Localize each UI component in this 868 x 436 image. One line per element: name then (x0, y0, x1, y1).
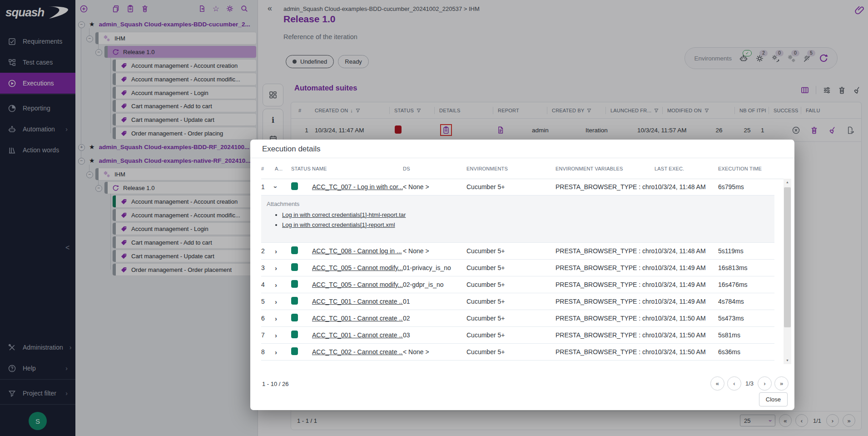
environment-value: Cucumber 5+ (466, 348, 556, 356)
collapse-chevron-icon[interactable]: › (272, 186, 280, 188)
execution-details-dialog: Execution details # A... STATUS NAME DS … (250, 140, 794, 410)
last-exec-value: 10/3/24, 11:50 AM (655, 331, 718, 339)
execution-row[interactable]: 8 › ACC_TC_002 - Cannot create ... < Non… (261, 344, 774, 361)
dataset-value: 02-gdpr_is_no (403, 281, 466, 288)
last-exec-value: 10/3/24, 11:48 AM (655, 247, 718, 255)
environment-value: Cucumber 5+ (466, 281, 556, 288)
expand-chevron-icon[interactable]: › (275, 331, 277, 339)
execution-time-value: 5s81ms (718, 331, 773, 339)
environment-variables-value: PRESTA_BROWSER_TYPE : chrome (556, 315, 655, 322)
expand-chevron-icon[interactable]: › (275, 247, 277, 255)
environment-variables-value: PRESTA_BROWSER_TYPE : chrome (556, 331, 655, 339)
last-page-button[interactable]: » (774, 376, 789, 391)
dialog-pagination-range: 1 - 10 / 26 (262, 381, 289, 387)
dialog-title: Execution details (262, 145, 321, 154)
next-page-button[interactable]: › (758, 376, 772, 391)
attachments-label: Attachments (267, 200, 774, 207)
execution-time-value: 16s476ms (718, 281, 773, 288)
execution-row[interactable]: 5 › ACC_TC_001 - Cannot create ... 01 Cu… (261, 293, 774, 310)
execution-time-value: 16s813ms (718, 264, 773, 271)
status-success-indicator (291, 246, 298, 254)
dialog-table-body: 1 › ACC_TC_007 - Log in with cor... < No… (261, 179, 774, 364)
row-number: 2 (261, 247, 275, 255)
col-header: ENVIRONMENT VARIABLES (556, 166, 655, 171)
execution-row[interactable]: 3 › ACC_TC_005 - Cannot modify... 01-pri… (261, 260, 774, 276)
scroll-down-icon[interactable]: ▼ (784, 357, 791, 364)
row-number: 4 (261, 281, 275, 288)
col-header: ENVIRONMENTS (466, 166, 556, 171)
attachment-link[interactable]: Log in with correct credentials[1]-repor… (282, 221, 395, 228)
execution-row[interactable]: 6 › ACC_TC_001 - Cannot create ... 02 Cu… (261, 310, 774, 327)
execution-row[interactable]: 2 › ACC_TC_008 - Cannot log in ... < Non… (261, 243, 774, 260)
execution-link[interactable]: ACC_TC_001 - Cannot create ... (312, 315, 403, 322)
dialog-pagination: « ‹ 1/3 › » (710, 376, 789, 391)
first-page-button[interactable]: « (710, 376, 724, 391)
environment-value: Cucumber 5+ (466, 315, 556, 322)
execution-link[interactable]: ACC_TC_005 - Cannot modify... (312, 264, 403, 271)
col-header: STATUS (291, 166, 312, 171)
status-success-indicator (291, 297, 298, 305)
environment-value: Cucumber 5+ (466, 183, 556, 190)
status-success-indicator (291, 263, 298, 271)
row-number: 7 (261, 331, 275, 339)
col-header: DS (403, 166, 466, 171)
status-success-indicator (291, 314, 298, 321)
environment-value: Cucumber 5+ (466, 331, 556, 339)
environment-variables-value: PRESTA_BROWSER_TYPE : chrome (556, 247, 655, 255)
scrollbar-thumb[interactable] (784, 187, 791, 327)
execution-time-value: 6s795ms (718, 183, 773, 190)
environment-variables-value: PRESTA_BROWSER_TYPE : chrome (556, 281, 655, 288)
dataset-value: 01 (403, 298, 466, 305)
prev-page-button[interactable]: ‹ (727, 376, 741, 391)
last-exec-value: 10/3/24, 11:49 AM (655, 281, 718, 288)
dataset-value: < None > (403, 247, 466, 255)
environment-value: Cucumber 5+ (466, 264, 556, 271)
last-exec-value: 10/3/24, 11:48 AM (655, 183, 718, 190)
modal-scrollbar[interactable]: ▲ ▼ (784, 179, 791, 364)
col-header: NAME (312, 166, 403, 171)
execution-link[interactable]: ACC_TC_002 - Cannot create ... (312, 348, 403, 356)
execution-link[interactable]: ACC_TC_001 - Cannot create ... (312, 331, 403, 339)
dataset-value: 01-privacy_is_no (403, 264, 466, 271)
attachment-item: Log in with correct credentials[1]-html-… (282, 211, 774, 218)
dialog-table-header: # A... STATUS NAME DS ENVIRONMENTS ENVIR… (261, 158, 784, 179)
expand-chevron-icon[interactable]: › (275, 281, 277, 289)
col-header: A... (275, 166, 291, 171)
dataset-value: < None > (403, 348, 466, 356)
execution-time-value: 5s473ms (718, 315, 773, 322)
execution-row[interactable]: 4 › ACC_TC_005 - Cannot modify... 02-gdp… (261, 276, 774, 293)
expand-chevron-icon[interactable]: › (275, 264, 277, 272)
close-button[interactable]: Close (759, 392, 788, 406)
environment-variables-value: PRESTA_BROWSER_TYPE : chrome (556, 348, 655, 356)
environment-variables-value: PRESTA_BROWSER_TYPE : chrome (556, 264, 655, 271)
last-exec-value: 10/3/24, 11:50 AM (655, 348, 718, 356)
execution-link[interactable]: ACC_TC_005 - Cannot modify... (312, 281, 403, 288)
status-success-indicator (291, 331, 298, 338)
row-number: 5 (261, 298, 275, 305)
dataset-value: 03 (403, 331, 466, 339)
last-exec-value: 10/3/24, 11:49 AM (655, 264, 718, 271)
execution-row-clipped[interactable]: 9 › ACC_TC_003 - Cannot create ... 01-pr… (261, 361, 774, 364)
attachment-link[interactable]: Log in with correct credentials[1]-html-… (282, 211, 406, 218)
execution-time-value: 6s36ms (718, 348, 773, 356)
environment-value: Cucumber 5+ (466, 247, 556, 255)
last-exec-value: 10/3/24, 11:50 AM (655, 315, 718, 322)
execution-row[interactable]: 1 › ACC_TC_007 - Log in with cor... < No… (261, 179, 774, 195)
col-header: LAST EXEC. (655, 166, 718, 171)
execution-link[interactable]: ACC_TC_007 - Log in with cor... (312, 183, 403, 190)
execution-link[interactable]: ACC_TC_008 - Cannot log in ... (312, 247, 402, 255)
row-number: 3 (261, 264, 275, 271)
execution-row[interactable]: 7 › ACC_TC_001 - Cannot create ... 03 Cu… (261, 327, 774, 344)
last-exec-value: 10/3/24, 11:49 AM (655, 298, 718, 305)
dataset-value: 02 (403, 315, 466, 322)
expand-chevron-icon[interactable]: › (275, 298, 277, 306)
col-header: # (261, 166, 275, 171)
execution-link[interactable]: ACC_TC_001 - Cannot create ... (312, 298, 403, 305)
dataset-value: < None > (403, 183, 466, 190)
scroll-up-icon[interactable]: ▲ (784, 179, 791, 186)
expand-chevron-icon[interactable]: › (275, 315, 277, 322)
expand-chevron-icon[interactable]: › (275, 348, 277, 356)
row-number: 8 (261, 348, 275, 356)
page-indicator: 1/3 (744, 380, 755, 387)
execution-time-value: 4s784ms (718, 298, 773, 305)
